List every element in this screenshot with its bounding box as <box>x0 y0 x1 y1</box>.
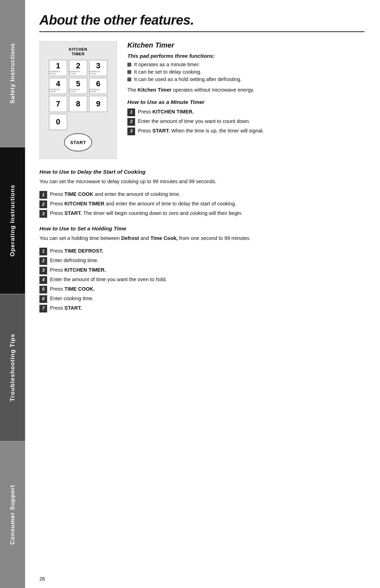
keypad-row-1: 1EXPRESS COOK 2EXPRESS COOK 3EXPRESS COO… <box>49 60 107 76</box>
page-number: 28 <box>39 576 45 582</box>
sidebar-section-operating: Operating Instructions <box>0 147 25 295</box>
hold-step-3: 3 Press KITCHEN TIMER. <box>39 266 365 274</box>
minute-step-text-3: Press START. When the time is up, the ti… <box>138 127 365 135</box>
bullet-3: It can be used as a hold setting after d… <box>127 76 365 82</box>
step-num-3: 3 <box>127 128 135 135</box>
bullet-text-1: It operates as a minute timer. <box>134 62 200 67</box>
hold-step-text-4: Enter the amount of time you want the ov… <box>50 276 365 283</box>
delay-step-text-2: Press KITCHEN TIMER and enter the amount… <box>50 200 365 208</box>
delay-cooking-heading: How to Use to Delay the Start of Cooking <box>39 169 365 175</box>
hold-step-num-4: 4 <box>39 276 47 284</box>
delay-step-2: 2 Press KITCHEN TIMER and enter the amou… <box>39 200 365 208</box>
hold-step-4: 4 Enter the amount of time you want the … <box>39 276 365 284</box>
bullet-text-2: It can be set to delay cooking. <box>134 69 202 75</box>
delay-step-3: 3 Press START. The timer will begin coun… <box>39 210 365 218</box>
sidebar-section-consumer: Consumer Support <box>0 441 25 588</box>
hold-step-num-6: 6 <box>39 295 47 303</box>
sidebar-label-operating: Operating Instructions <box>9 182 16 259</box>
hold-step-1: 1 Press TIME DEFROST. <box>39 247 365 255</box>
sidebar-section-troubleshooting: Troubleshooting Tips <box>0 294 25 441</box>
holding-time-steps: 1 Press TIME DEFROST. 2 Enter defrosting… <box>39 247 365 312</box>
hold-step-text-3: Press KITCHEN TIMER. <box>50 266 365 274</box>
bullet-2: It can be set to delay cooking. <box>127 69 365 75</box>
kitchen-timer-plain-text: The Kitchen Timer operates without micro… <box>127 86 365 94</box>
sidebar-label-safety: Safety Instructions <box>9 40 16 106</box>
keypad-row-2: 4EXPRESS COOK 5EXPRESS COOK 6EXPRESS COO… <box>49 78 107 94</box>
minute-step-text-2: Enter the amount of time you want to cou… <box>138 118 365 125</box>
bullet-square-3 <box>127 78 131 81</box>
top-section: KITCHEN TIMER 1EXPRESS COOK 2EXPRESS COO… <box>39 41 365 159</box>
step-num-1: 1 <box>127 109 135 116</box>
hold-step-text-7: Press START. <box>50 304 365 312</box>
hold-step-text-5: Press TIME COOK. <box>50 285 365 293</box>
minute-step-1: 1 Press KITCHEN TIMER. <box>127 108 365 116</box>
keypad-timer-label: KITCHEN TIMER <box>69 47 87 56</box>
key-7[interactable]: 7 <box>49 96 67 112</box>
delay-step-num-1: 1 <box>39 191 47 199</box>
minute-step-2: 2 Enter the amount of time you want to c… <box>127 118 365 126</box>
keypad-panel: KITCHEN TIMER 1EXPRESS COOK 2EXPRESS COO… <box>39 41 117 159</box>
hold-step-text-1: Press TIME DEFROST. <box>50 247 365 255</box>
keypad-row-start: START <box>49 132 107 151</box>
delay-cooking-steps: 1 Press TIME COOK and enter the amount o… <box>39 191 365 218</box>
sidebar-label-troubleshooting: Troubleshooting Tips <box>9 331 16 404</box>
delay-step-num-3: 3 <box>39 210 47 218</box>
sidebar-label-consumer: Consumer Support <box>9 482 16 547</box>
title-divider <box>39 31 365 32</box>
key-0[interactable]: 0 <box>49 114 67 130</box>
key-3[interactable]: 3EXPRESS COOK <box>89 60 107 76</box>
step-num-2: 2 <box>127 118 135 126</box>
key-8[interactable]: 8 <box>69 96 87 112</box>
keypad-row-3: 7 8 9 <box>49 96 107 112</box>
delay-step-1: 1 Press TIME COOK and enter the amount o… <box>39 191 365 199</box>
hold-step-num-1: 1 <box>39 248 47 255</box>
bullet-square-1 <box>127 63 131 67</box>
delay-cooking-intro: You can set the microwave to delay cooki… <box>39 178 365 186</box>
kitchen-timer-info: Kitchen Timer This pad performs three fu… <box>127 41 365 159</box>
hold-step-num-2: 2 <box>39 257 47 265</box>
minute-timer-steps: 1 Press KITCHEN TIMER. 2 Enter the amoun… <box>127 108 365 135</box>
delay-step-num-2: 2 <box>39 200 47 208</box>
key-5[interactable]: 5EXPRESS COOK <box>69 78 87 94</box>
minute-timer-section: How to Use as a Minute Timer 1 Press KIT… <box>127 99 365 135</box>
kitchen-timer-subheading: This pad performs three functions: <box>127 53 365 59</box>
key-start[interactable]: START <box>64 133 92 151</box>
keypad-row-0: 0 <box>49 114 107 130</box>
minute-timer-heading: How to Use as a Minute Timer <box>127 99 365 105</box>
main-content: About the other features. KITCHEN TIMER … <box>25 0 380 588</box>
sidebar-section-safety: Safety Instructions <box>0 0 25 147</box>
key-2[interactable]: 2EXPRESS COOK <box>69 60 87 76</box>
hold-step-num-3: 3 <box>39 267 47 274</box>
hold-step-6: 6 Enter cooking time. <box>39 295 365 303</box>
hold-step-text-6: Enter cooking time. <box>50 295 365 302</box>
minute-step-3: 3 Press START. When the time is up, the … <box>127 127 365 135</box>
page-title: About the other features. <box>39 13 365 28</box>
holding-time-intro: You can set a holding time between Defro… <box>39 235 365 242</box>
hold-step-5: 5 Press TIME COOK. <box>39 285 365 293</box>
key-6[interactable]: 6EXPRESS COOK <box>89 78 107 94</box>
bullet-1: It operates as a minute timer. <box>127 62 365 67</box>
keypad-grid: 1EXPRESS COOK 2EXPRESS COOK 3EXPRESS COO… <box>49 60 107 151</box>
delay-step-text-3: Press START. The timer will begin counti… <box>50 210 365 217</box>
hold-step-7: 7 Press START. <box>39 304 365 312</box>
kitchen-timer-heading: Kitchen Timer <box>127 41 365 49</box>
delay-cooking-section: How to Use to Delay the Start of Cooking… <box>39 169 365 218</box>
hold-step-num-5: 5 <box>39 286 47 293</box>
key-1[interactable]: 1EXPRESS COOK <box>49 60 67 76</box>
holding-time-section: How to Use to Set a Holding Time You can… <box>39 225 365 312</box>
sidebar: Safety Instructions Operating Instructio… <box>0 0 25 588</box>
delay-step-text-1: Press TIME COOK and enter the amount of … <box>50 191 365 198</box>
hold-step-text-2: Enter defrosting time. <box>50 257 365 264</box>
key-9[interactable]: 9 <box>89 96 107 112</box>
hold-step-2: 2 Enter defrosting time. <box>39 257 365 265</box>
holding-time-heading: How to Use to Set a Holding Time <box>39 225 365 232</box>
minute-step-text-1: Press KITCHEN TIMER. <box>138 108 365 116</box>
bullet-square-2 <box>127 70 131 74</box>
bullet-text-3: It can be used as a hold setting after d… <box>134 76 242 82</box>
hold-step-num-7: 7 <box>39 305 47 312</box>
key-4[interactable]: 4EXPRESS COOK <box>49 78 67 94</box>
